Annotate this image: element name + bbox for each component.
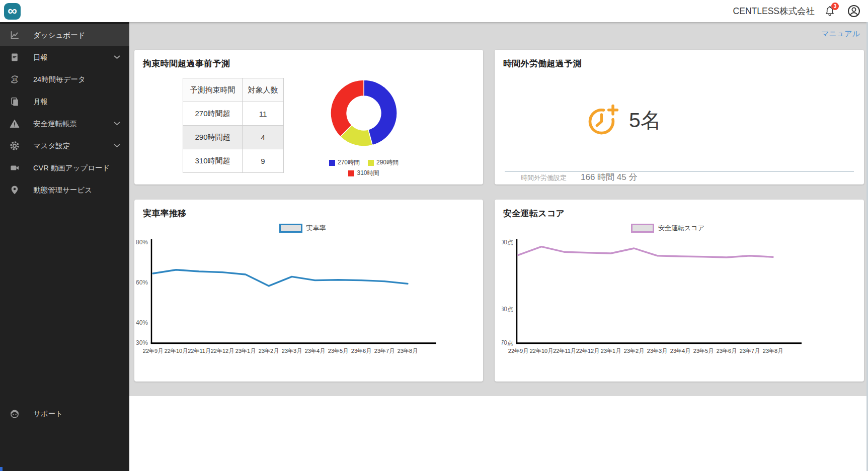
sidebar-item-fleet-tracking-service[interactable]: 動態管理サービス (0, 179, 129, 201)
legend-item: 290時間 (368, 158, 399, 167)
svg-text:23年1月: 23年1月 (235, 348, 256, 354)
overtime-count: 5名 (629, 107, 661, 134)
overtime-setting-label: 時間外労働設定 (521, 173, 567, 182)
table-cell: 310時間超 (183, 149, 243, 173)
svg-text:100点: 100点 (502, 239, 513, 246)
clock-24-icon: 24 (10, 74, 20, 84)
svg-text:80点: 80点 (502, 306, 513, 313)
table-cell: 4 (243, 126, 284, 149)
manual-link[interactable]: マニュアル (821, 29, 860, 39)
sidebar-item-safe-driving-forms[interactable]: 安全運転帳票 (0, 113, 129, 135)
svg-text:24: 24 (12, 77, 17, 82)
sidebar-item-support[interactable]: サポート (0, 403, 129, 425)
table-header-row: 予測拘束時間対象人数 (183, 78, 284, 102)
table-cell: 270時間超 (183, 102, 243, 126)
svg-text:80%: 80% (136, 239, 148, 246)
overtime-setting-value: 166 時間 45 分 (581, 171, 637, 183)
svg-text:23年1月: 23年1月 (601, 348, 621, 354)
svg-text:22年11月: 22年11月 (188, 348, 211, 354)
table-row: 310時間超9 (183, 149, 284, 173)
main-content: マニュアル 拘束時間超過事前予測 予測拘束時間対象人数270時間超11290時間… (129, 22, 868, 396)
svg-text:23年6月: 23年6月 (351, 348, 371, 354)
sidebar-item-cvr-video-upload[interactable]: CVR 動画アップロード (0, 157, 129, 179)
video-camera-icon (10, 163, 20, 173)
svg-text:23年8月: 23年8月 (763, 348, 783, 354)
chevron-down-icon (114, 55, 120, 59)
legend-swatch (348, 170, 354, 176)
svg-text:22年10月: 22年10月 (530, 348, 553, 354)
line-chart-icon (10, 30, 20, 40)
sidebar-item-label: 日報 (33, 53, 48, 62)
svg-text:23年7月: 23年7月 (374, 348, 394, 354)
svg-text:23年3月: 23年3月 (282, 348, 302, 354)
sidebar-item-label: 月報 (33, 97, 48, 107)
sidebar-item-label: 安全運転帳票 (33, 119, 77, 129)
sidebar-item-label: 動態管理サービス (33, 185, 92, 195)
sidebar-item-daily-report[interactable]: 日報 (0, 46, 129, 68)
svg-text:22年11月: 22年11月 (553, 348, 576, 354)
pages-icon (10, 97, 20, 107)
svg-text:22年12月: 22年12月 (211, 348, 234, 354)
card-title: 拘束時間超過事前予測 (134, 50, 483, 69)
legend-item: 310時間 (348, 169, 379, 177)
legend-item: 270時間 (329, 158, 360, 167)
svg-text:23年4月: 23年4月 (670, 348, 690, 354)
sidebar-item-label: サポート (33, 409, 63, 419)
table-cell: 290時間超 (183, 126, 243, 149)
card-safety-score: 安全運転スコア 安全運転スコア 100点80点70点22年9月22年10月22年… (495, 200, 864, 382)
sidebar-nav: ダッシュボード 日報24 24時間毎データ 月報 安全運転帳票 マスタ設定 CV… (0, 24, 129, 201)
app-logo[interactable]: ∞ (4, 3, 21, 20)
corner-artifact (0, 467, 3, 471)
support-face-icon (10, 409, 20, 419)
location-pin-icon (10, 185, 20, 195)
restraint-table: 予測拘束時間対象人数270時間超11290時間超4310時間超9 (183, 78, 284, 173)
notifications-button[interactable]: 3 (824, 5, 836, 18)
svg-text:23年8月: 23年8月 (398, 348, 418, 354)
sidebar-item-master-settings[interactable]: マスタ設定 (0, 135, 129, 157)
legend-label: 安全運転スコア (658, 224, 704, 233)
account-icon[interactable] (847, 4, 861, 18)
sidebar-item-label: CVR 動画アップロード (33, 163, 110, 173)
svg-text:23年5月: 23年5月 (693, 348, 714, 354)
topbar: ∞ CENTLESS株式会社 3 (0, 0, 868, 22)
table-cell: 9 (243, 149, 284, 173)
svg-text:70点: 70点 (502, 339, 513, 346)
legend-swatch (329, 160, 335, 166)
card-title: 時間外労働超過予測 (495, 50, 864, 69)
svg-text:23年3月: 23年3月 (647, 348, 667, 354)
chart-legend: 安全運転スコア (502, 223, 834, 233)
svg-text:23年2月: 23年2月 (624, 348, 644, 354)
sidebar: ダッシュボード 日報24 24時間毎データ 月報 安全運転帳票 マスタ設定 CV… (0, 0, 129, 471)
chevron-down-icon (114, 144, 120, 148)
svg-text:22年12月: 22年12月 (576, 348, 599, 354)
svg-text:60%: 60% (136, 279, 148, 286)
sidebar-item-per-24h-data[interactable]: 24 24時間毎データ (0, 68, 129, 90)
table-row: 270時間超11 (183, 102, 284, 126)
sidebar-item-monthly-report[interactable]: 月報 (0, 90, 129, 113)
sidebar-item-label: マスタ設定 (33, 141, 70, 151)
table-cell: 11 (243, 102, 284, 126)
legend-swatch (368, 160, 374, 166)
svg-text:23年6月: 23年6月 (717, 348, 737, 354)
card-restraint-prediction: 拘束時間超過事前予測 予測拘束時間対象人数270時間超11290時間超4310時… (134, 50, 483, 184)
chart-legend: 実車率 (136, 223, 468, 233)
safety-score-line-chart: 100点80点70点22年9月22年10月22年11月22年12月23年1月23… (502, 233, 834, 360)
card-overtime-prediction: 時間外労働超過予測 5名 時間外労働設定 166 時間 45 分 (495, 50, 864, 184)
svg-text:23年7月: 23年7月 (740, 348, 760, 354)
gear-icon (10, 141, 20, 151)
svg-text:40%: 40% (136, 319, 148, 326)
table-row: 290時間超4 (183, 126, 284, 149)
chevron-down-icon (114, 122, 120, 126)
company-name: CENTLESS株式会社 (733, 5, 815, 17)
notification-badge: 3 (831, 3, 839, 10)
table-header: 予測拘束時間 (183, 78, 243, 102)
restraint-donut-chart: 270時間290時間310時間 (321, 75, 407, 177)
svg-text:22年9月: 22年9月 (508, 348, 528, 354)
legend-swatch (279, 224, 302, 233)
sidebar-item-dashboard[interactable]: ダッシュボード (0, 24, 129, 46)
donut-legend: 270時間290時間310時間 (321, 158, 407, 177)
svg-text:22年10月: 22年10月 (165, 348, 188, 354)
svg-text:22年9月: 22年9月 (143, 348, 163, 354)
svg-text:23年5月: 23年5月 (328, 348, 348, 354)
legend-swatch (631, 224, 654, 233)
